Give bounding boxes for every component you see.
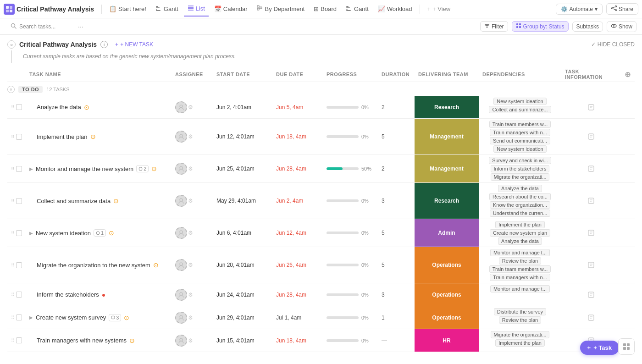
task-info-cell[interactable] xyxy=(561,247,621,283)
tab-department[interactable]: By Department xyxy=(253,2,309,17)
new-task-btn[interactable]: + + NEW TASK xyxy=(111,40,157,49)
dependency-tag[interactable]: Survey and check in wi... xyxy=(489,157,551,164)
dependency-tag[interactable]: Inform the stakeholders xyxy=(491,165,550,172)
task-info-cell[interactable] xyxy=(561,283,621,306)
expand-btn[interactable]: ▶ xyxy=(29,231,33,236)
task-checkbox[interactable] xyxy=(16,230,22,236)
task-name-cell[interactable]: Inform the stakeholders ● xyxy=(26,283,172,306)
avatar[interactable] xyxy=(175,131,187,143)
dependency-tag[interactable]: Understand the curren... xyxy=(490,210,551,217)
expand-btn[interactable]: ▶ xyxy=(29,166,33,171)
dependency-tag[interactable]: Migrate the organizati... xyxy=(491,173,550,181)
task-name-cell[interactable]: Collect and summarize data ⊙ xyxy=(26,183,172,219)
dependency-tag[interactable]: Train managers with n... xyxy=(490,274,550,281)
drag-handle[interactable]: ⠿ xyxy=(11,105,14,110)
tab-start[interactable]: 📋 Start here! xyxy=(105,2,150,17)
dependency-tag[interactable]: Collect and summarize... xyxy=(489,106,551,113)
dependency-tag[interactable]: New system ideation xyxy=(493,98,547,105)
avatar[interactable] xyxy=(175,227,187,239)
dependency-tag[interactable]: New system ideation xyxy=(493,145,547,153)
task-name-cell[interactable]: Implement the plan ⊙ xyxy=(26,119,172,154)
task-name-cell[interactable]: Migrate the organization to the new syst… xyxy=(26,247,172,283)
task-checkbox[interactable] xyxy=(16,198,22,204)
task-name-cell[interactable]: ▶ Create new system survey 3 ⊙ xyxy=(26,306,172,329)
task-checkbox[interactable] xyxy=(16,134,22,140)
dependency-tag[interactable]: Know the organization... xyxy=(490,201,550,209)
drag-handle[interactable]: ⠿ xyxy=(11,199,14,204)
collapse-section-btn[interactable]: ○ xyxy=(7,86,15,93)
grid-view-icon[interactable] xyxy=(618,338,635,355)
subtask-badge[interactable]: 1 xyxy=(94,229,106,237)
hide-closed-btn[interactable]: ✓ HIDE CLOSED xyxy=(591,41,635,48)
add-view-btn[interactable]: + + View xyxy=(424,4,454,14)
task-name-cell[interactable]: ▶ Monitor and manage the new system 2 ⊙ xyxy=(26,155,172,182)
dependency-tag[interactable]: Research about the co... xyxy=(489,193,551,200)
avatar[interactable] xyxy=(175,259,187,271)
tab-gantt2[interactable]: Gantt xyxy=(342,2,372,17)
task-info-cell[interactable] xyxy=(561,219,621,247)
more-options-icon[interactable]: ··· xyxy=(78,23,83,30)
dependency-tag[interactable]: Implement the plan xyxy=(495,339,545,347)
automate-btn[interactable]: ⚙️ Automate ▾ xyxy=(556,4,603,15)
filter-btn[interactable]: Filter xyxy=(480,21,508,32)
expand-btn[interactable]: ▶ xyxy=(29,315,33,320)
tab-gantt1[interactable]: Gantt xyxy=(152,2,182,17)
collapse-project-btn[interactable]: ○ xyxy=(7,40,16,49)
task-info-cell[interactable] xyxy=(561,183,621,219)
dependency-tag[interactable]: Analyze the data xyxy=(498,185,542,192)
info-icon[interactable]: i xyxy=(100,41,108,48)
task-name-cell[interactable]: Train managers with new systems ⊙ xyxy=(26,329,172,352)
dependency-tag[interactable]: Implement the plan xyxy=(495,221,545,228)
task-checkbox[interactable] xyxy=(16,104,22,110)
avatar[interactable] xyxy=(175,289,187,301)
task-name-cell[interactable]: ▶ New system ideation 1 ⊙ xyxy=(26,219,172,247)
add-task-fab[interactable]: + + Task xyxy=(580,341,619,355)
dependency-tag[interactable]: Train team members w... xyxy=(489,265,551,273)
avatar[interactable] xyxy=(175,101,187,113)
dependency-tag[interactable]: Train team members w... xyxy=(489,121,551,128)
dependency-tag[interactable]: Distribute the survey xyxy=(494,308,546,315)
avatar[interactable] xyxy=(175,335,187,347)
show-btn[interactable]: Show xyxy=(607,21,636,32)
subtasks-btn[interactable]: Subtasks xyxy=(572,22,603,32)
task-info-cell[interactable] xyxy=(561,306,621,329)
subtask-badge[interactable]: 2 xyxy=(136,165,149,172)
dependency-tag[interactable]: Review the plan xyxy=(499,257,541,265)
th-add-col[interactable]: ⊕ xyxy=(621,70,635,79)
tab-board[interactable]: ⊞ Board xyxy=(310,2,340,17)
task-checkbox[interactable] xyxy=(16,166,22,172)
dependency-tag[interactable]: Train managers with n... xyxy=(490,129,550,136)
avatar[interactable] xyxy=(175,195,187,207)
dependency-tag[interactable]: Send out communicati... xyxy=(490,137,550,144)
dependency-tag[interactable]: Monitor and manage t... xyxy=(490,285,550,292)
dependency-tag[interactable]: Monitor and manage t... xyxy=(490,249,550,256)
group-by-btn[interactable]: Group by: Status xyxy=(512,21,569,32)
search-box[interactable]: Search tasks... xyxy=(6,21,74,33)
drag-handle[interactable]: ⠿ xyxy=(11,231,14,236)
drag-handle[interactable]: ⠿ xyxy=(11,263,14,268)
tab-workload[interactable]: 📈 Workload xyxy=(374,2,416,17)
avatar[interactable] xyxy=(175,163,187,175)
drag-handle[interactable]: ⠿ xyxy=(11,134,14,139)
drag-handle[interactable]: ⠿ xyxy=(11,292,14,297)
avatar[interactable] xyxy=(175,312,187,324)
task-checkbox[interactable] xyxy=(16,292,22,298)
task-checkbox[interactable] xyxy=(16,337,22,343)
dependency-tag[interactable]: Create new system plan xyxy=(490,229,550,237)
task-name-cell[interactable]: Analyze the data ⊙ xyxy=(26,96,172,118)
drag-handle[interactable]: ⠿ xyxy=(11,166,14,171)
dependency-tag[interactable]: Review the plan xyxy=(499,316,541,324)
task-checkbox[interactable] xyxy=(16,314,22,320)
drag-handle[interactable]: ⠿ xyxy=(11,338,14,343)
drag-handle[interactable]: ⠿ xyxy=(11,315,14,320)
task-info-cell[interactable] xyxy=(561,155,621,182)
dependency-tag[interactable]: Analyze the data xyxy=(498,237,542,245)
subtask-badge[interactable]: 3 xyxy=(109,314,121,321)
share-btn[interactable]: Share xyxy=(606,3,638,15)
dependency-tag[interactable]: Migrate the organizati... xyxy=(491,331,550,338)
tab-calendar[interactable]: 📅 Calendar xyxy=(210,2,251,17)
task-checkbox[interactable] xyxy=(16,262,22,268)
task-info-cell[interactable] xyxy=(561,119,621,154)
tab-list[interactable]: List xyxy=(184,2,209,17)
task-info-cell[interactable] xyxy=(561,96,621,118)
